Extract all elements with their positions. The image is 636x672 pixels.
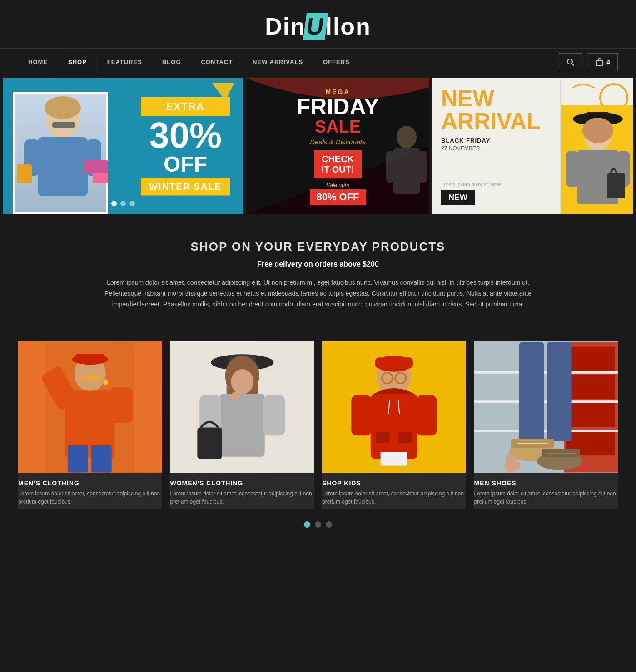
product-card-shoes[interactable]: MEN SHOES Lorem ipsum dolor sit amet, co… <box>474 341 618 509</box>
product-title-womens: WOMEN'S CLOTHING <box>170 479 314 487</box>
banner-winter-sale[interactable]: EXTRA 30% OFF WINTER SALE <box>3 78 243 214</box>
banner-sec-person <box>384 124 429 214</box>
product-title-kids: SHOP KIDS <box>322 479 466 487</box>
product-image-shoes <box>474 341 618 473</box>
nav-item-offers[interactable]: OFFERS <box>313 50 360 74</box>
svg-rect-75 <box>381 452 407 466</box>
product-desc-womens: Lorem ipsum dolor sit amet, consectetur … <box>170 489 314 506</box>
svg-point-10 <box>45 96 81 119</box>
nav-item-home[interactable]: HOME <box>18 50 58 74</box>
shoes-person-svg <box>474 341 618 473</box>
svg-rect-2 <box>596 60 603 65</box>
svg-rect-86 <box>519 342 543 441</box>
sale-upto-label: Sale upto <box>297 182 379 188</box>
svg-rect-11 <box>38 137 88 196</box>
dot-2[interactable] <box>120 201 126 206</box>
nav-item-shop[interactable]: SHOP <box>58 50 97 74</box>
cart-button[interactable]: 4 <box>588 53 618 71</box>
mega-friday-content: MEGA FRIDAY SALE Deals & Discounts CHECK… <box>297 88 379 205</box>
svg-rect-80 <box>566 375 615 399</box>
carousel-dot-2[interactable] <box>315 521 321 528</box>
womens-person-svg <box>170 341 314 473</box>
logo-part1: Din <box>265 13 306 40</box>
hero-banners: EXTRA 30% OFF WINTER SALE <box>0 75 636 217</box>
nav-actions: 4 <box>559 53 618 71</box>
svg-rect-57 <box>263 395 284 436</box>
svg-point-43 <box>104 380 108 385</box>
deals-text: Deals & Discounts <box>297 138 379 146</box>
product-image-womens <box>170 341 314 473</box>
svg-rect-79 <box>566 347 615 371</box>
svg-point-20 <box>397 126 417 148</box>
svg-rect-74 <box>398 432 412 444</box>
carousel-dots <box>18 509 618 541</box>
product-info-shoes: MEN SHOES Lorem ipsum dolor sit amet, co… <box>474 473 618 509</box>
person-silhouette-secondary <box>384 124 429 214</box>
svg-rect-83 <box>474 371 618 374</box>
search-button[interactable] <box>559 53 582 71</box>
shop-title: SHOP ON YOUR EVERYDAY PRODUCTS <box>18 240 618 254</box>
new-arrival-content: NEW ARRIVAL BLACK FRIDAY 27 NOVEMBER <box>441 87 624 152</box>
svg-rect-69 <box>351 395 372 436</box>
person-silhouette-main <box>15 94 110 214</box>
svg-rect-21 <box>393 148 420 194</box>
svg-rect-45 <box>91 445 112 472</box>
nav-item-new-arrivals[interactable]: NEW ARRIVALS <box>243 50 313 74</box>
svg-rect-87 <box>547 342 571 441</box>
shop-description: Lorem ipsum dolor sit amet, consectetur … <box>91 277 545 310</box>
logo[interactable]: DinUllon <box>265 13 371 40</box>
carousel-dot-1[interactable] <box>304 521 310 528</box>
svg-rect-70 <box>417 395 437 436</box>
lorem-small: Lorem ipsum dolor sit amet <box>441 182 502 187</box>
off-percent-label: 80% OFF <box>310 189 365 205</box>
svg-rect-73 <box>376 432 390 444</box>
nav-item-blog[interactable]: BLOG <box>152 50 191 74</box>
product-desc-shoes: Lorem ipsum dolor sit amet, consectetur … <box>474 489 618 506</box>
svg-rect-33 <box>607 173 625 198</box>
banner-mega-friday[interactable]: MEGA FRIDAY SALE Deals & Discounts CHECK… <box>246 78 429 214</box>
svg-rect-59 <box>197 428 222 459</box>
banner-winter-sale: WINTER SALE <box>141 178 230 196</box>
svg-rect-84 <box>474 401 618 403</box>
friday-label: FRIDAY <box>297 95 379 118</box>
svg-rect-55 <box>219 394 264 457</box>
check-it-label: CHECK IT OUT! <box>314 150 361 178</box>
svg-rect-99 <box>506 455 516 473</box>
svg-rect-38 <box>76 354 104 363</box>
dot-1[interactable] <box>111 201 117 206</box>
logo-area: DinUllon <box>0 8 636 48</box>
nav-links: HOME SHOP FEATURES BLOG CONTACT NEW ARRI… <box>18 50 360 74</box>
svg-rect-39 <box>81 376 101 380</box>
nav-item-contact[interactable]: CONTACT <box>191 50 243 74</box>
banner-person-frame <box>13 92 108 214</box>
dot-3[interactable] <box>129 201 135 206</box>
product-card-womens[interactable]: WOMEN'S CLOTHING Lorem ipsum dolor sit a… <box>170 341 314 509</box>
banner-percent: 30% <box>141 117 230 153</box>
logo-part2: llon <box>325 13 371 40</box>
new-arrival-title-line2: ARRIVAL <box>441 110 624 133</box>
product-image-mens <box>18 341 162 473</box>
banner-dots <box>111 201 135 206</box>
nav-item-features[interactable]: FEATURES <box>97 50 152 74</box>
shop-subtitle: Free delivery on orders above $200 <box>18 260 618 268</box>
kids-person-svg <box>322 341 466 473</box>
new-arrival-title-line1: NEW <box>441 87 624 110</box>
black-friday-label: BLACK FRIDAY <box>441 137 624 144</box>
product-desc-kids: Lorem ipsum dolor sit amet, consectetur … <box>322 489 466 506</box>
shop-section: SHOP ON YOUR EVERYDAY PRODUCTS Free deli… <box>0 217 636 323</box>
svg-rect-14 <box>17 164 32 183</box>
products-section: MEN'S CLOTHING Lorem ipsum dolor sit ame… <box>0 323 636 550</box>
product-card-mens[interactable]: MEN'S CLOTHING Lorem ipsum dolor sit ame… <box>18 341 162 509</box>
banner-new-arrival[interactable]: NEW ARRIVAL BLACK FRIDAY 27 NOVEMBER NEW… <box>432 78 633 214</box>
svg-point-54 <box>231 369 253 394</box>
svg-rect-68 <box>371 394 417 459</box>
banner-extra-label: EXTRA <box>141 97 230 116</box>
product-card-kids[interactable]: SHOP KIDS Lorem ipsum dolor sit amet, co… <box>322 341 466 509</box>
header: DinUllon HOME SHOP FEATURES BLOG CONTACT… <box>0 0 636 75</box>
products-grid: MEN'S CLOTHING Lorem ipsum dolor sit ame… <box>18 341 618 509</box>
svg-point-58 <box>231 392 240 401</box>
svg-rect-17 <box>52 122 75 128</box>
carousel-dot-3[interactable] <box>326 521 332 528</box>
navigation: HOME SHOP FEATURES BLOG CONTACT NEW ARRI… <box>0 48 636 75</box>
cart-count: 4 <box>606 59 610 66</box>
